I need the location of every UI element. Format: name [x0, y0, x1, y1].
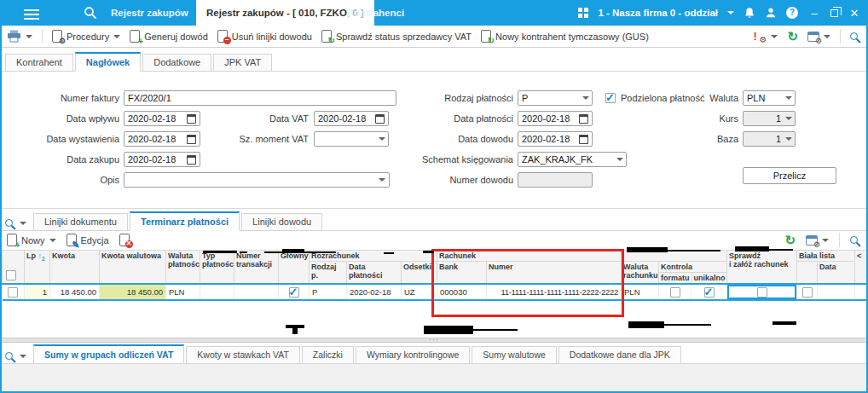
tab-naglowek[interactable]: Nagłówek [75, 52, 141, 72]
search-icon[interactable] [84, 6, 97, 20]
cell-typ-platnosci[interactable] [200, 284, 234, 300]
numer-faktury-field[interactable] [124, 90, 396, 106]
tab-linijki-dokumentu[interactable]: Linijki dokumentu [33, 213, 128, 231]
apps-grid-icon[interactable] [578, 8, 588, 18]
col-kwota[interactable]: Kwota [50, 251, 100, 285]
col-rodzaj-p[interactable]: Rodzaj p. [310, 262, 347, 285]
rodzaj-platnosci-combo[interactable] [518, 90, 593, 106]
cell-waluta-rachunku[interactable]: PLN [622, 284, 659, 300]
colgroup-kontrola[interactable]: Kontrola formatuunikalno [659, 262, 727, 285]
col-typ-platnosci[interactable]: Typ płatności [200, 251, 234, 285]
col-kontrola-formatu[interactable]: formatu [659, 273, 692, 283]
glowny-checkbox[interactable] [289, 287, 299, 298]
col-kwota-walutowa[interactable]: Kwota walutowa [100, 251, 166, 285]
nowy-kontrahent-gus-button[interactable]: ↻ Nowy kontrahent tymczasowy (GUS) [481, 30, 649, 43]
biala-lista-checkbox[interactable] [802, 287, 813, 298]
help-icon[interactable]: ? [786, 7, 798, 19]
cell-bank[interactable]: 000030 [437, 284, 487, 300]
procedury-button[interactable]: ⚙ Procedury [52, 30, 120, 43]
col-odsetki[interactable]: Odsetki [402, 262, 437, 285]
tab-kontrahent[interactable]: Kontrahent [5, 54, 73, 72]
cell-kontrola-formatu[interactable] [659, 284, 692, 300]
tab-wymiary-kontrolingowe[interactable]: Wymiary kontrolingowe [356, 346, 470, 364]
cell-data-platnosci[interactable]: 2020-02-18 [347, 284, 402, 300]
col-kontrola-unikalnosci[interactable]: unikalno [692, 273, 727, 283]
nowy-button[interactable]: + Nowy [7, 234, 56, 246]
cell-lp[interactable]: 1 [25, 284, 50, 300]
col-numer-transakcji[interactable]: Numer transakcji [234, 251, 279, 285]
data-dowodu-field[interactable] [518, 131, 593, 147]
view-organizer-button[interactable] [5, 219, 26, 227]
cell-rodzaj-p[interactable]: P [310, 284, 347, 300]
cell-kwota-walutowa[interactable]: 18 450.00 [100, 284, 166, 300]
generuj-dowod-button[interactable]: + Generuj dowód [130, 30, 208, 43]
menu-icon[interactable] [24, 7, 39, 19]
colgroup-rachunek[interactable]: Rachunek [437, 251, 622, 262]
cell-waluta-platnosci[interactable]: PLN [166, 284, 200, 300]
tab-jpk-vat[interactable]: JPK VAT [213, 54, 272, 72]
usun-button[interactable]: ✕ [119, 234, 130, 246]
col-biala-lista-data[interactable]: Data [818, 262, 855, 285]
chevron-down-icon[interactable] [727, 11, 734, 14]
tab-dodatkowe-dane-jpk[interactable]: Dodatkowe dane dla JPK [558, 346, 681, 364]
cell-numer-transakcji[interactable] [234, 284, 279, 300]
print-button[interactable] [7, 30, 32, 43]
col-data-platnosci[interactable]: Data płatności [347, 262, 402, 285]
tab-terminarz-platnosci[interactable]: Terminarz płatności [130, 211, 240, 231]
col-waluta-rachunku[interactable]: Waluta rachunku [622, 262, 659, 285]
minimize-icon[interactable]: – [807, 7, 821, 20]
view-organizer-button[interactable] [5, 352, 26, 360]
select-all-checkbox[interactable] [6, 270, 16, 280]
window-tab-kontrahenci[interactable]: Kontrahenci [337, 0, 414, 26]
search-filter-button[interactable] [850, 32, 861, 40]
table-row[interactable]: 1 18 450.00 18 450.00 PLN P 2020-02-18 U… [3, 284, 868, 300]
cell-numer-rachunku[interactable]: 11-1111-1111-1111-1111-2222-2222 [487, 284, 622, 300]
tab-sumy-w-grupach[interactable]: Sumy w grupach odliczeń VAT [33, 344, 184, 364]
cell-kwota[interactable]: 18 450.00 [50, 284, 100, 300]
grid-settings-button[interactable]: ⚙ [806, 235, 829, 246]
sz-moment-vat-combo[interactable] [314, 131, 389, 147]
col-biala-lista-check[interactable] [797, 262, 818, 285]
usun-linijki-button[interactable]: − Usuń linijki dowodu [217, 30, 312, 43]
tab-zaliczki[interactable]: Zaliczki [302, 346, 354, 364]
schemat-ksiegowania-combo[interactable] [518, 152, 627, 167]
restore-icon[interactable] [830, 9, 838, 17]
cell-glowny[interactable] [279, 284, 310, 300]
organizer-settings-button[interactable]: !⚙ [751, 30, 778, 43]
cell-odsetki[interactable]: UZ [402, 284, 437, 300]
data-platnosci-field[interactable] [518, 111, 593, 126]
tab-sumy-walutowe[interactable]: Sumy walutowe [472, 346, 557, 364]
col-sprawdz-zaloz-rachunek[interactable]: Sprawdźi załóż rachunek [727, 251, 797, 285]
colgroup-biala-lista[interactable]: Biała lista [797, 251, 855, 262]
tab-kwoty-w-stawkach[interactable]: Kwoty w stawkach VAT [186, 346, 300, 364]
data-vat-field[interactable] [314, 111, 389, 126]
waluta-combo[interactable] [743, 90, 796, 106]
przelicz-button[interactable]: Przelicz [743, 167, 836, 184]
close-icon[interactable]: ✕ [848, 7, 861, 20]
col-waluta-platnosci[interactable]: Waluta płatności [166, 251, 200, 285]
grid-settings-button[interactable]: ⚙ [807, 32, 830, 42]
notifications-bell-icon[interactable] [744, 7, 755, 19]
tab-linijki-dowodu[interactable]: Linijki dowodu [241, 213, 322, 231]
opis-combo[interactable] [124, 172, 390, 188]
data-zakupu-field[interactable] [124, 152, 200, 167]
cell-biala-lista[interactable] [797, 284, 818, 300]
cell-biala-lista-data[interactable] [818, 284, 855, 300]
company-selector[interactable]: 1 - Nasza firma 0 - oddział [598, 8, 718, 18]
data-wystawienia-field[interactable] [124, 131, 200, 147]
window-tab-rejestr-zakupow[interactable]: Rejestr zakupów [101, 0, 199, 26]
kontrola-formatu-checkbox[interactable] [670, 287, 680, 298]
tab-dodatkowe[interactable]: Dodatkowe [142, 54, 211, 72]
col-numer[interactable]: Numer [487, 262, 622, 285]
podzielona-platnosc-checkbox[interactable] [605, 93, 616, 103]
data-wplywu-field[interactable] [124, 111, 200, 126]
horizontal-splitter[interactable]: ··· [2, 338, 866, 343]
grid-search-button[interactable] [850, 236, 861, 244]
grid-refresh-button[interactable]: ↻ [784, 234, 796, 246]
refresh-button[interactable]: ↻ [787, 30, 798, 43]
cell-sprawdz-zaloz[interactable] [727, 284, 797, 300]
row-select-cell[interactable] [3, 284, 25, 300]
user-icon[interactable] [765, 7, 777, 19]
kontrola-unikalnosci-checkbox[interactable] [704, 287, 715, 298]
edycja-button[interactable]: ✎ Edycja [67, 234, 109, 246]
